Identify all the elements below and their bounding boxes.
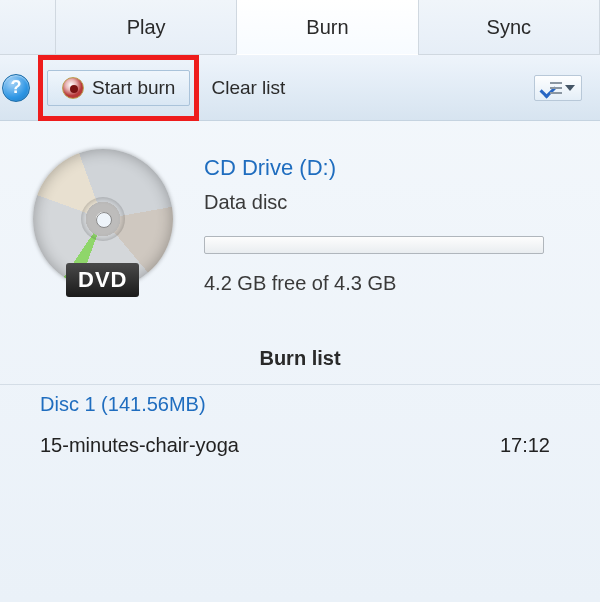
burn-disc-icon <box>62 77 84 99</box>
checklist-icon <box>541 80 561 96</box>
dvd-badge: DVD <box>66 263 139 297</box>
tab-label: Play <box>127 16 166 39</box>
tab-burn[interactable]: Burn <box>236 0 417 55</box>
chevron-down-icon <box>565 85 575 91</box>
tab-sync[interactable]: Sync <box>418 0 600 54</box>
disc-label: Disc 1 (141.56MB) <box>0 384 600 424</box>
burn-toolbar: ? Start burn Clear list <box>0 55 600 121</box>
start-burn-button[interactable]: Start burn <box>47 70 190 106</box>
dvd-drive-icon: DVD <box>28 149 178 299</box>
start-burn-label: Start burn <box>92 77 175 99</box>
tab-bar: Play Burn Sync <box>0 0 600 55</box>
list-options-button[interactable] <box>534 75 582 101</box>
tab-label: Burn <box>306 16 348 39</box>
help-icon[interactable]: ? <box>2 74 30 102</box>
capacity-bar <box>204 236 544 254</box>
clear-list-button[interactable]: Clear list <box>211 77 285 99</box>
track-title: 15-minutes-chair-yoga <box>40 434 239 457</box>
tab-play[interactable]: Play <box>55 0 236 54</box>
list-item[interactable]: 15-minutes-chair-yoga 17:12 <box>0 424 600 467</box>
disc-type-label: Data disc <box>204 191 580 214</box>
free-space-label: 4.2 GB free of 4.3 GB <box>204 272 580 295</box>
drive-name-link[interactable]: CD Drive (D:) <box>204 155 580 181</box>
tab-label: Sync <box>487 16 531 39</box>
clear-list-label: Clear list <box>211 77 285 98</box>
drive-section: DVD CD Drive (D:) Data disc 4.2 GB free … <box>0 121 600 317</box>
burn-list-header: Burn list <box>0 317 600 384</box>
track-duration: 17:12 <box>500 434 550 457</box>
annotation-highlight: Start burn <box>38 55 199 121</box>
drive-info: CD Drive (D:) Data disc 4.2 GB free of 4… <box>204 149 580 295</box>
